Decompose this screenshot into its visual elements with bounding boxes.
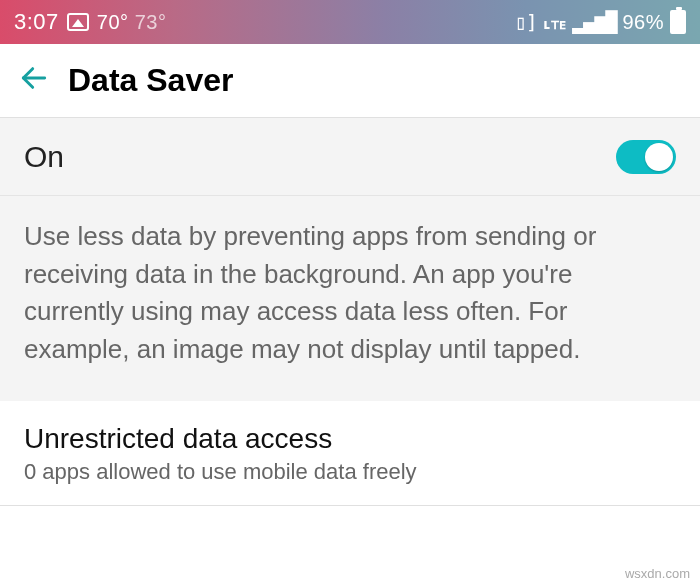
clock: 3:07	[14, 9, 59, 35]
item-title: Unrestricted data access	[24, 423, 676, 455]
watermark: wsxdn.com	[625, 566, 690, 581]
status-bar: 3:07 70° 73° ▯] ʟᴛᴇ ▂▄▆█ 96%	[0, 0, 700, 44]
battery-icon	[670, 10, 686, 34]
back-arrow-icon[interactable]	[18, 62, 50, 99]
data-saver-switch[interactable]	[616, 140, 676, 174]
data-saver-description: Use less data by preventing apps from se…	[0, 196, 700, 401]
item-subtitle: 0 apps allowed to use mobile data freely	[24, 459, 676, 485]
unrestricted-data-access-item[interactable]: Unrestricted data access 0 apps allowed …	[0, 401, 700, 506]
toggle-state-label: On	[24, 140, 64, 174]
network-icon: ʟᴛᴇ	[543, 10, 566, 34]
signal-icon: ▂▄▆█	[572, 10, 616, 34]
data-saver-toggle-row[interactable]: On	[0, 118, 700, 196]
app-header: Data Saver	[0, 44, 700, 118]
weather-temps: 70° 73°	[97, 11, 167, 34]
battery-percent: 96%	[622, 11, 664, 34]
vibrate-icon: ▯]	[515, 10, 537, 34]
picture-icon	[67, 13, 89, 31]
page-title: Data Saver	[68, 62, 233, 99]
